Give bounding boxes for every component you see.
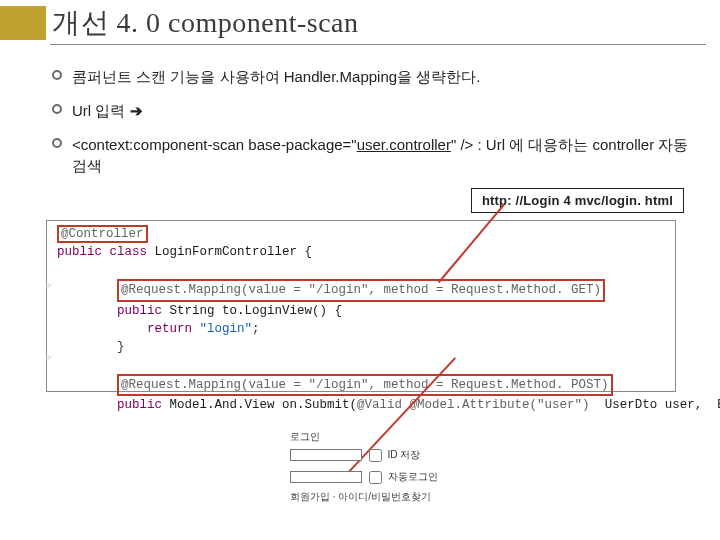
kw-class: class <box>110 245 155 259</box>
bullet-1: 콤퍼넌트 스캔 기능을 사용하여 Handler.Mapping을 생략한다. <box>52 66 690 88</box>
param-annos: @Valid @Model.Attribute("user") <box>357 398 590 412</box>
request-mapping-post: @Request.Mapping(value = "/login", metho… <box>121 378 609 392</box>
bullet-1-text: 콤퍼넌트 스캔 기능을 사용하여 Handler.Mapping을 생략한다. <box>72 68 480 85</box>
mini-login-form: 로그인 ID 저장 자동로그인 회원가입 · 아이디/비밀번호찾기 <box>290 430 460 504</box>
return-str: "login" <box>200 322 253 336</box>
kw-public-3: public <box>117 398 170 412</box>
login-pw-input[interactable] <box>290 471 362 483</box>
ret-type-2: Model.And.View <box>170 398 283 412</box>
arrow-icon: ➔ <box>130 102 143 119</box>
kw-public-2: public <box>117 304 170 318</box>
bullet-2-text: Url 입력 <box>72 102 130 119</box>
request-mapping-get: @Request.Mapping(value = "/login", metho… <box>121 283 601 297</box>
fold-marker-1: ▹ <box>46 278 52 291</box>
kw-return: return <box>147 322 200 336</box>
login-id-input[interactable] <box>290 449 362 461</box>
accent-block <box>0 6 46 40</box>
bullet-2: Url 입력 ➔ <box>52 100 690 122</box>
save-id-checkbox[interactable] <box>369 449 382 462</box>
bullet-3-prefix: <context:component-scan base-package=" <box>72 136 357 153</box>
bullet-list: 콤퍼넌트 스캔 기능을 사용하여 Handler.Mapping을 생략한다. … <box>52 60 690 189</box>
login-links: 회원가입 · 아이디/비밀번호찾기 <box>290 490 460 504</box>
kw-public: public <box>57 245 110 259</box>
page-title: 개선 4. 0 component-scan <box>52 4 359 42</box>
method-1: to.LoginView() { <box>222 304 342 318</box>
login-title: 로그인 <box>290 430 460 444</box>
bullet-3: <context:component-scan base-package="us… <box>52 134 690 178</box>
method-2: on.Submit( <box>282 398 357 412</box>
brace-1: } <box>117 340 125 354</box>
auto-login-label: 자동로그인 <box>388 471 438 482</box>
code-block: @Controller public class LoginFormContro… <box>46 220 676 392</box>
auto-login-checkbox[interactable] <box>369 471 382 484</box>
params-tail: UserDto user, Bind <box>590 398 720 412</box>
semi-1: ; <box>252 322 260 336</box>
title-rule <box>50 44 706 45</box>
url-callout: http: //Login 4 mvc/login. html <box>471 188 684 213</box>
annotation-controller: @Controller <box>57 225 148 243</box>
bullet-3-pkg: user.controller <box>357 136 451 153</box>
fold-marker-2: ▹ <box>46 350 52 363</box>
ret-type-1: String <box>170 304 223 318</box>
save-id-label: ID 저장 <box>388 449 421 460</box>
class-name: LoginFormController { <box>155 245 313 259</box>
